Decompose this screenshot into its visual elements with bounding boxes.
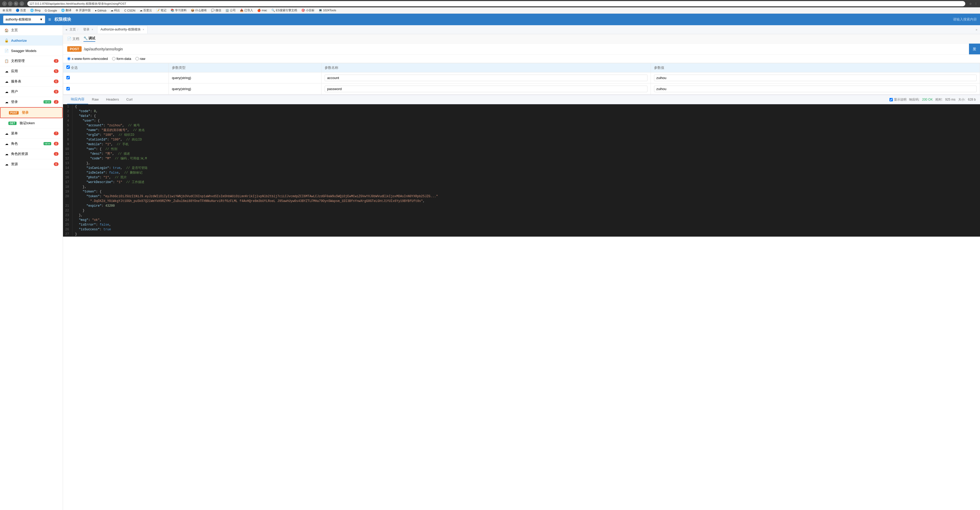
row2-value-input[interactable] [654,86,977,92]
bookmark-bing[interactable]: 🌐 Bing [29,9,41,12]
code-line-2: 2 "code": 0, [63,109,980,114]
menu-icon[interactable]: ⋮ [974,2,978,6]
tab-authorize[interactable]: Authorize-authority-权限模块 × [97,26,148,33]
doc-icon: 📋 [4,59,9,63]
sidebar-item-app[interactable]: ☁ 应用 5 [0,66,63,76]
radio-urlencoded[interactable]: x-www-form-urlencoded [67,57,108,61]
show-desc-checkbox[interactable] [889,98,893,101]
row2-value [651,83,980,94]
resource-badge: 6 [54,162,59,166]
code-line-20: 20 "token": "eyJhbGciOiJSUzI1NiJ9.eyJzdW… [63,194,980,199]
refresh-button[interactable]: ↻ [14,1,18,6]
star-icon[interactable]: ☆ [969,2,973,6]
bookmark-apps[interactable]: ⊞ 应用 [2,8,13,12]
radio-formdata[interactable]: form-data [112,57,131,61]
forward-button[interactable]: › [8,1,13,6]
role-icon: ☁ [4,141,9,146]
tab-login-close[interactable]: × [92,28,93,31]
sidebar-item-swagger-models[interactable]: 📄 Swagger Models [0,46,63,56]
response-code-area: 1 { 2 "code": 0, 3 "data": { 4 [63,104,980,237]
app-title: 权限模块 [54,17,951,22]
tab-authorize-close[interactable]: × [143,28,144,31]
code-line-14: 14 "isCanLogin": true, // 是否可登陆 [63,166,980,171]
bookmark-es[interactable]: 🔍 ES搜索引擎文档 [270,8,298,12]
sidebar-item-user[interactable]: ☁ 用户 9 [0,87,63,97]
row1-checkbox[interactable] [67,76,70,79]
sidebar-item-authorize[interactable]: 🔓 Authorize [0,35,63,46]
tab-debug[interactable]: 🔧 调试 [83,36,95,42]
browser-nav: ‹ › ↻ ⌂ [2,1,24,6]
bookmark-google[interactable]: G Google [44,9,58,12]
table-row: query(string) [63,83,980,94]
bookmark-csdn[interactable]: C CSDN [123,9,136,12]
bookmark-mac[interactable]: 🍎 mac [256,9,268,12]
address-bar[interactable]: 127.0.0.1:8760/api/gate/doc.html#/author… [27,1,965,6]
tab-login[interactable]: 登录 × [80,26,97,33]
bookmark-company[interactable]: 🏢 公司 [224,8,237,12]
header-divider: ≡ [48,17,51,22]
code-line-17: 17 "workDescribe": "1" // 工作描述 [63,180,980,185]
home-nav-button[interactable]: ⌂ [19,1,24,6]
authorize-icon: 🔓 [4,38,9,43]
row1-name [321,72,651,83]
bookmark-baiduyun[interactable]: ☁ 百度云 [138,8,153,12]
sidebar-get-token[interactable]: GET 验证token [0,118,63,128]
sidebar-item-role[interactable]: ☁ 角色 NEW 8 [0,139,63,149]
bookmark-opensource[interactable]: ⚙ 开源中国 [75,8,92,12]
select-all-checkbox[interactable] [67,65,70,69]
resp-tab-content[interactable]: 响应内容 [67,95,88,104]
module-selector[interactable]: authority-权限模块 ▼ [3,16,45,23]
sidebar-item-doc-manage[interactable]: 📋 文档管理 3 [0,56,63,66]
resp-tab-headers[interactable]: Headers [102,95,123,104]
breadcrumb[interactable]: 主页 [70,27,76,32]
sidebar-item-service[interactable]: ☁ 服务表 6 [0,76,63,87]
code-line-5: 5 "account": "zuihou", // 账号 [63,123,980,128]
code-line-4: 4 "user": { [63,118,980,123]
breadcrumb-separator: / [78,28,78,32]
sidebar-item-login[interactable]: ☁ 登录 NEW 2 [0,97,63,107]
resp-tab-raw[interactable]: Raw [88,95,102,104]
row2-name [321,83,651,94]
row2-name-input[interactable] [325,86,647,92]
bookmark-goal[interactable]: 🎯 小目标 [300,8,315,12]
sidebar-item-menu[interactable]: ☁ 菜单 7 [0,128,63,139]
bookmark-learn[interactable]: 📚 学习资料 [170,8,188,12]
params-table: 全选 参数类型 参数名称 参数值 [63,63,980,94]
bookmark-github[interactable]: ● GitHub [94,9,107,12]
resp-tab-curl[interactable]: Curl [123,95,136,104]
bookmark-mage[interactable]: ☁ 码云 [110,8,121,12]
back-button[interactable]: ‹ [2,1,7,6]
radio-raw[interactable]: raw [135,57,145,61]
bookmark-wechat[interactable]: 💬 微信 [210,8,222,12]
user-badge: 9 [54,90,59,94]
code-line-1: 1 { [63,104,980,109]
sidebar-item-resource[interactable]: ☁ 资源 6 [0,159,63,169]
row1-name-input[interactable] [325,75,647,81]
bookmark-notes[interactable]: 📝 笔记 [155,8,167,12]
bookmark-1024[interactable]: 💻 1024Tools [318,9,337,12]
code-line-7: 7 "orgId": "100", // 组织ID [63,132,980,137]
bookmark-baidu[interactable]: 🔵 百度 [15,8,27,12]
sidebar-item-home[interactable]: 🏠 主页 [0,25,63,35]
code-line-18: 18 }, [63,185,980,189]
menu-badge: 7 [54,132,59,135]
content-area: 🏠 主页 🔓 Authorize 📄 Swagger Models 📋 文档管理… [0,25,980,510]
row1-checkbox-cell [63,72,169,83]
bookmark-imported[interactable]: 📥 已导入 [239,8,254,12]
collapse-icon[interactable]: « [65,28,67,32]
api-content: 📄 文档 🔧 调试 POST /api/authority/anno/login… [63,34,980,510]
sidebar-item-role-res[interactable]: ☁ 角色的资源 1 [0,149,63,159]
row2-checkbox[interactable] [67,87,70,90]
expand-icon[interactable]: » [975,28,977,32]
search-hint[interactable]: 请输入搜索内容 [953,17,977,22]
tab-doc[interactable]: 📄 文档 [67,37,79,41]
bookmark-whatever[interactable]: 📦 什么都有 [190,8,208,12]
send-button[interactable]: 发 [969,44,980,54]
row1-type: query(string) [169,72,321,83]
col-value-header: 参数值 [651,63,980,72]
sidebar-post-login[interactable]: POST 登录 [0,107,63,118]
code-line-8: 8 "stationId": "100", // 岗位ID [63,137,980,142]
browser-chrome: ‹ › ↻ ⌂ 127.0.0.1:8760/api/gate/doc.html… [0,0,980,7]
row1-value-input[interactable] [654,75,977,81]
bookmark-translate[interactable]: 🌐 翻译 [60,8,72,12]
